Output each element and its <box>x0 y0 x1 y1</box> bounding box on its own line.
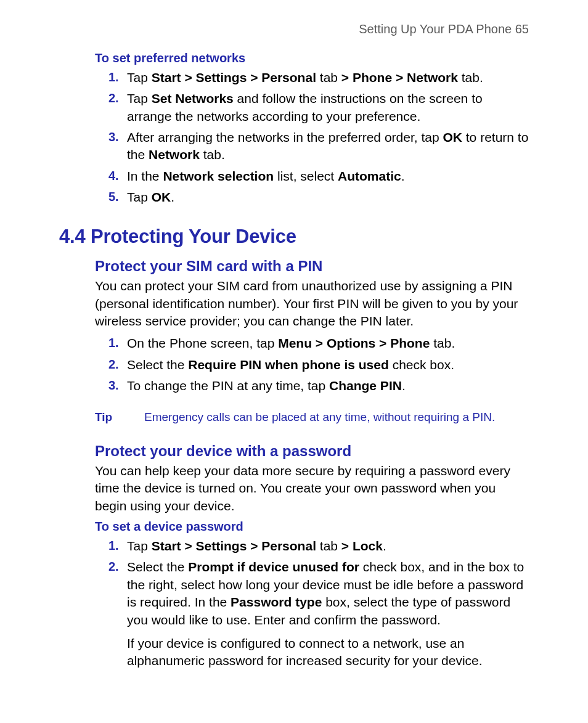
text: check box. <box>389 357 454 372</box>
tip-label: Tip <box>95 409 144 425</box>
text: tab <box>316 539 341 553</box>
list-item: 3. After arranging the networks in the p… <box>111 129 529 164</box>
text: Select the <box>127 357 188 372</box>
text: tab. <box>200 147 225 161</box>
text: Tap <box>127 539 152 553</box>
list-item: 2. Tap Set Networks and follow the instr… <box>111 90 529 125</box>
list-number: 5. <box>108 189 119 205</box>
list-item: 1. On the Phone screen, tap Menu > Optio… <box>111 335 529 352</box>
sub-heading-password: To set a device password <box>95 520 529 534</box>
bold: Network <box>149 147 200 161</box>
bold: Start > Settings > Personal <box>152 539 316 553</box>
text: tab. <box>430 336 455 350</box>
list-password: 1. Tap Start > Settings > Personal tab >… <box>59 537 529 669</box>
text: To change the PIN at any time, tap <box>127 378 329 393</box>
list-item: 2. Select the Require PIN when phone is … <box>111 356 529 374</box>
list-number: 4. <box>108 168 119 184</box>
section-title: 4.4 Protecting Your Device <box>59 226 529 248</box>
bold: OK <box>152 190 171 204</box>
bold: Prompt if device unused for <box>188 560 359 574</box>
bold: Network selection <box>163 169 274 183</box>
text: tab. <box>458 70 483 84</box>
list-sim-pin: 1. On the Phone screen, tap Menu > Optio… <box>59 335 529 394</box>
bold: Menu > Options > Phone <box>278 336 430 350</box>
bold: > Phone > Network <box>341 70 458 84</box>
text: . <box>383 539 386 553</box>
text: . <box>401 169 405 183</box>
text: Tap <box>127 190 152 204</box>
text: On the Phone screen, tap <box>127 336 278 350</box>
text: . <box>402 378 406 393</box>
text: Tap <box>127 91 152 105</box>
bold: Set Networks <box>152 91 234 105</box>
text: . <box>171 190 174 204</box>
bold: Change PIN <box>329 378 402 393</box>
running-header: Setting Up Your PDA Phone 65 <box>59 22 529 36</box>
list-number: 1. <box>108 335 119 351</box>
text: After arranging the networks in the pref… <box>127 130 443 144</box>
paragraph: You can help keep your data more secure … <box>95 462 529 515</box>
list-number: 1. <box>108 537 119 554</box>
bold: OK <box>443 130 462 144</box>
list-item: 1. Tap Start > Settings > Personal tab >… <box>111 69 529 86</box>
list-item: 5. Tap OK. <box>111 189 529 206</box>
list-item: 3. To change the PIN at any time, tap Ch… <box>111 377 529 394</box>
bold: Password type <box>231 595 322 609</box>
heading-password: Protect your device with a password <box>95 443 529 460</box>
heading-sim-pin: Protect your SIM card with a PIN <box>95 258 529 275</box>
sub-heading-networks: To set preferred networks <box>95 51 529 65</box>
text: In the <box>127 169 163 183</box>
bold: Require PIN when phone is used <box>188 357 389 372</box>
list-item: 2. Select the Prompt if device unused fo… <box>111 558 529 669</box>
list-number: 3. <box>108 377 119 394</box>
page: Setting Up Your PDA Phone 65 To set pref… <box>0 0 588 723</box>
list-number: 2. <box>108 558 119 575</box>
text: tab <box>316 70 341 84</box>
tip-row: Tip Emergency calls can be placed at any… <box>95 409 529 425</box>
list-networks: 1. Tap Start > Settings > Personal tab >… <box>59 69 529 206</box>
list-number: 3. <box>108 129 119 145</box>
paragraph: If your device is configured to connect … <box>127 635 529 670</box>
list-item: 1. Tap Start > Settings > Personal tab >… <box>111 537 529 555</box>
list-number: 1. <box>108 69 119 86</box>
list-number: 2. <box>108 90 119 107</box>
text: Select the <box>127 560 188 574</box>
tip-body: Emergency calls can be placed at any tim… <box>144 409 529 425</box>
bold: Start > Settings > Personal <box>152 70 316 84</box>
bold: Automatic <box>338 169 401 183</box>
list-number: 2. <box>108 356 119 373</box>
paragraph: You can protect your SIM card from unaut… <box>95 277 529 330</box>
text: Tap <box>127 70 152 84</box>
text: list, select <box>274 169 338 183</box>
list-item: 4. In the Network selection list, select… <box>111 168 529 185</box>
bold: > Lock <box>341 539 383 553</box>
